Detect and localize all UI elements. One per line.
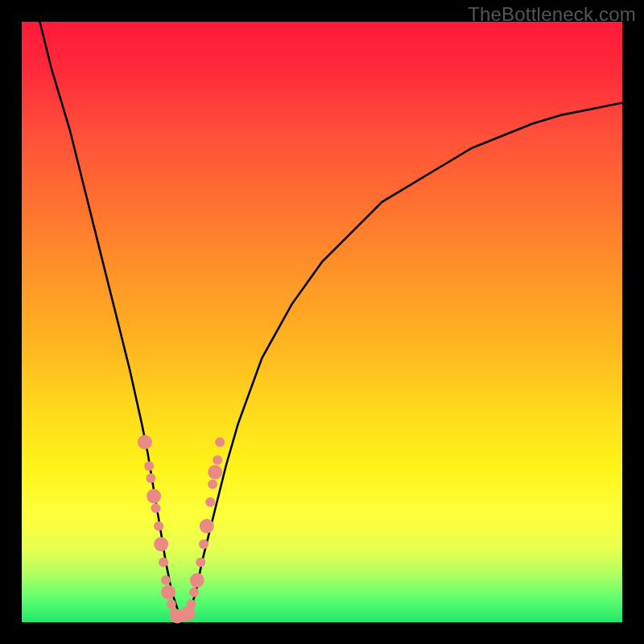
plot-area [22, 22, 622, 622]
marker-dot [215, 437, 225, 447]
marker-dot [144, 461, 154, 471]
marker-dot [154, 537, 168, 551]
chart-frame: TheBottleneck.com [0, 0, 644, 644]
chart-svg [22, 22, 622, 622]
marker-dot [147, 489, 161, 503]
marker-dot [161, 585, 175, 600]
marker-dot [186, 600, 196, 609]
marker-dot [151, 503, 160, 513]
bottleneck-curve [39, 22, 622, 617]
marker-dot [138, 435, 152, 449]
marker-dot [205, 497, 215, 507]
marker-dot [213, 456, 222, 465]
watermark-text: TheBottleneck.com [468, 3, 636, 26]
marker-dot [161, 576, 171, 585]
marker-dot [154, 522, 163, 531]
marker-dot [208, 479, 217, 489]
highlight-markers [138, 435, 225, 623]
marker-dot [189, 588, 199, 597]
marker-dot [208, 465, 222, 480]
marker-dot [199, 539, 208, 549]
marker-dot [190, 573, 204, 588]
marker-dot [146, 473, 155, 483]
marker-dot [196, 557, 205, 567]
marker-dot [159, 557, 168, 567]
marker-dot [167, 600, 176, 609]
marker-dot [200, 519, 214, 534]
